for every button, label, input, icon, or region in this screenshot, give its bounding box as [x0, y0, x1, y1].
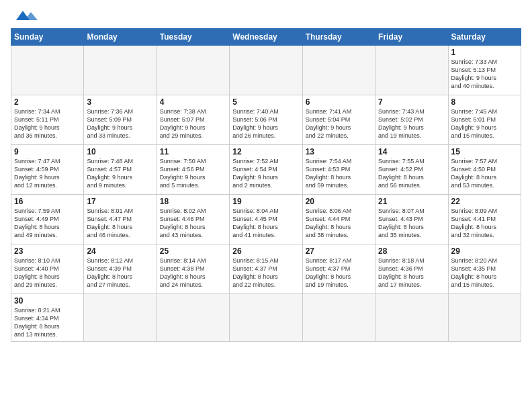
calendar-cell: [302, 46, 375, 95]
day-number: 27: [306, 246, 372, 256]
day-info: Sunrise: 7:59 AM Sunset: 4:49 PM Dayligh…: [14, 207, 81, 240]
calendar-cell: 23Sunrise: 8:10 AM Sunset: 4:40 PM Dayli…: [11, 244, 84, 294]
calendar-week-row: 2Sunrise: 7:34 AM Sunset: 5:11 PM Daylig…: [11, 95, 521, 145]
calendar-cell: 7Sunrise: 7:43 AM Sunset: 5:02 PM Daylig…: [375, 95, 448, 145]
day-number: 28: [378, 246, 445, 256]
header: [11, 8, 521, 23]
day-info: Sunrise: 8:04 AM Sunset: 4:45 PM Dayligh…: [232, 207, 299, 240]
day-info: Sunrise: 7:36 AM Sunset: 5:09 PM Dayligh…: [87, 107, 153, 140]
day-info: Sunrise: 8:06 AM Sunset: 4:44 PM Dayligh…: [306, 207, 372, 240]
day-number: 21: [378, 197, 445, 206]
day-number: 22: [451, 197, 518, 206]
day-number: 20: [306, 197, 372, 206]
day-number: 10: [87, 147, 153, 156]
day-info: Sunrise: 7:47 AM Sunset: 4:59 PM Dayligh…: [14, 157, 81, 190]
day-info: Sunrise: 7:40 AM Sunset: 5:06 PM Dayligh…: [232, 107, 299, 140]
day-info: Sunrise: 7:38 AM Sunset: 5:07 PM Dayligh…: [160, 107, 226, 140]
day-number: 4: [160, 97, 226, 107]
calendar-cell: 22Sunrise: 8:09 AM Sunset: 4:41 PM Dayli…: [448, 195, 521, 244]
calendar-header-friday: Friday: [375, 29, 448, 46]
day-number: 25: [160, 246, 226, 256]
day-info: Sunrise: 8:14 AM Sunset: 4:38 PM Dayligh…: [160, 257, 226, 289]
calendar-week-row: 16Sunrise: 7:59 AM Sunset: 4:49 PM Dayli…: [11, 195, 521, 244]
day-number: 12: [232, 147, 299, 156]
day-number: 7: [378, 97, 445, 107]
calendar-cell: 10Sunrise: 7:48 AM Sunset: 4:57 PM Dayli…: [84, 145, 157, 195]
calendar-cell: 4Sunrise: 7:38 AM Sunset: 5:07 PM Daylig…: [157, 95, 229, 145]
day-number: 18: [160, 197, 226, 206]
calendar-cell: [84, 294, 157, 342]
calendar-cell: 29Sunrise: 8:20 AM Sunset: 4:35 PM Dayli…: [448, 244, 521, 294]
day-info: Sunrise: 7:48 AM Sunset: 4:57 PM Dayligh…: [87, 157, 153, 190]
calendar-header-tuesday: Tuesday: [157, 29, 229, 46]
day-number: 1: [451, 48, 518, 57]
logo: [11, 8, 43, 23]
day-info: Sunrise: 7:45 AM Sunset: 5:01 PM Dayligh…: [451, 107, 518, 140]
calendar-cell: 6Sunrise: 7:41 AM Sunset: 5:04 PM Daylig…: [302, 95, 375, 145]
day-number: 8: [451, 97, 518, 107]
calendar-cell: 16Sunrise: 7:59 AM Sunset: 4:49 PM Dayli…: [11, 195, 84, 244]
day-info: Sunrise: 8:01 AM Sunset: 4:47 PM Dayligh…: [87, 207, 153, 240]
day-info: Sunrise: 8:15 AM Sunset: 4:37 PM Dayligh…: [232, 257, 299, 289]
calendar-cell: 1Sunrise: 7:33 AM Sunset: 5:13 PM Daylig…: [448, 46, 521, 95]
calendar-header-thursday: Thursday: [302, 29, 375, 46]
calendar-cell: 11Sunrise: 7:50 AM Sunset: 4:56 PM Dayli…: [157, 145, 229, 195]
day-info: Sunrise: 7:50 AM Sunset: 4:56 PM Dayligh…: [160, 157, 226, 190]
calendar-week-row: 30Sunrise: 8:21 AM Sunset: 4:34 PM Dayli…: [11, 294, 521, 342]
calendar-cell: 25Sunrise: 8:14 AM Sunset: 4:38 PM Dayli…: [157, 244, 229, 294]
calendar-cell: 15Sunrise: 7:57 AM Sunset: 4:50 PM Dayli…: [448, 145, 521, 195]
calendar-cell: [230, 294, 302, 342]
calendar-cell: [157, 294, 229, 342]
calendar-cell: [11, 46, 84, 95]
calendar-cell: 18Sunrise: 8:02 AM Sunset: 4:46 PM Dayli…: [157, 195, 229, 244]
calendar-week-row: 23Sunrise: 8:10 AM Sunset: 4:40 PM Dayli…: [11, 244, 521, 294]
page: SundayMondayTuesdayWednesdayThursdayFrid…: [0, 0, 532, 411]
calendar-cell: 28Sunrise: 8:18 AM Sunset: 4:36 PM Dayli…: [375, 244, 448, 294]
day-info: Sunrise: 7:34 AM Sunset: 5:11 PM Dayligh…: [14, 107, 81, 140]
calendar-cell: [302, 294, 375, 342]
calendar-cell: 3Sunrise: 7:36 AM Sunset: 5:09 PM Daylig…: [84, 95, 157, 145]
day-info: Sunrise: 7:43 AM Sunset: 5:02 PM Dayligh…: [378, 107, 445, 140]
day-info: Sunrise: 8:12 AM Sunset: 4:39 PM Dayligh…: [87, 257, 153, 289]
calendar-cell: 5Sunrise: 7:40 AM Sunset: 5:06 PM Daylig…: [230, 95, 302, 145]
day-number: 14: [378, 147, 445, 156]
calendar-cell: 20Sunrise: 8:06 AM Sunset: 4:44 PM Dayli…: [302, 195, 375, 244]
day-number: 6: [306, 97, 372, 107]
calendar-header-wednesday: Wednesday: [230, 29, 302, 46]
calendar-cell: 24Sunrise: 8:12 AM Sunset: 4:39 PM Dayli…: [84, 244, 157, 294]
calendar-cell: 21Sunrise: 8:07 AM Sunset: 4:43 PM Dayli…: [375, 195, 448, 244]
calendar-cell: 14Sunrise: 7:55 AM Sunset: 4:52 PM Dayli…: [375, 145, 448, 195]
day-info: Sunrise: 7:52 AM Sunset: 4:54 PM Dayligh…: [232, 157, 299, 190]
logo-icon: [11, 8, 43, 23]
day-number: 9: [14, 147, 81, 156]
calendar-cell: [375, 294, 448, 342]
day-info: Sunrise: 8:02 AM Sunset: 4:46 PM Dayligh…: [160, 207, 226, 240]
calendar-cell: 12Sunrise: 7:52 AM Sunset: 4:54 PM Dayli…: [230, 145, 302, 195]
day-number: 5: [232, 97, 299, 107]
calendar-header-monday: Monday: [84, 29, 157, 46]
day-number: 11: [160, 147, 226, 156]
day-number: 2: [14, 97, 81, 107]
day-info: Sunrise: 7:33 AM Sunset: 5:13 PM Dayligh…: [451, 58, 518, 91]
day-info: Sunrise: 7:54 AM Sunset: 4:53 PM Dayligh…: [306, 157, 372, 190]
day-number: 19: [232, 197, 299, 206]
day-number: 30: [14, 296, 81, 306]
day-info: Sunrise: 7:57 AM Sunset: 4:50 PM Dayligh…: [451, 157, 518, 190]
calendar-header-sunday: Sunday: [11, 29, 84, 46]
day-number: 16: [14, 197, 81, 206]
day-number: 24: [87, 246, 153, 256]
calendar-cell: [448, 294, 521, 342]
calendar-cell: [157, 46, 229, 95]
calendar-cell: 9Sunrise: 7:47 AM Sunset: 4:59 PM Daylig…: [11, 145, 84, 195]
day-number: 23: [14, 246, 81, 256]
day-info: Sunrise: 7:55 AM Sunset: 4:52 PM Dayligh…: [378, 157, 445, 190]
day-info: Sunrise: 8:09 AM Sunset: 4:41 PM Dayligh…: [451, 207, 518, 240]
day-number: 3: [87, 97, 153, 107]
day-number: 15: [451, 147, 518, 156]
calendar-week-row: 9Sunrise: 7:47 AM Sunset: 4:59 PM Daylig…: [11, 145, 521, 195]
calendar-cell: 2Sunrise: 7:34 AM Sunset: 5:11 PM Daylig…: [11, 95, 84, 145]
calendar-week-row: 1Sunrise: 7:33 AM Sunset: 5:13 PM Daylig…: [11, 46, 521, 95]
calendar-cell: 17Sunrise: 8:01 AM Sunset: 4:47 PM Dayli…: [84, 195, 157, 244]
calendar-cell: 8Sunrise: 7:45 AM Sunset: 5:01 PM Daylig…: [448, 95, 521, 145]
day-info: Sunrise: 8:21 AM Sunset: 4:34 PM Dayligh…: [14, 306, 81, 339]
